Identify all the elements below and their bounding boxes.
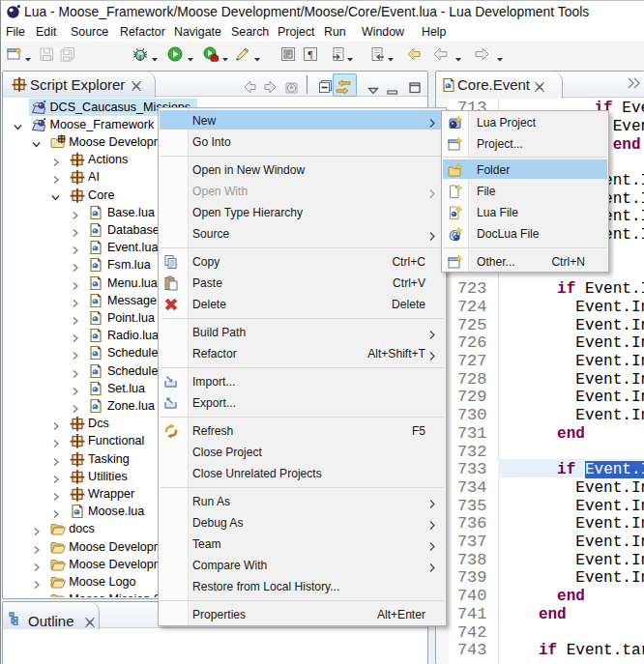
svg-text:¶: ¶ (308, 48, 313, 60)
